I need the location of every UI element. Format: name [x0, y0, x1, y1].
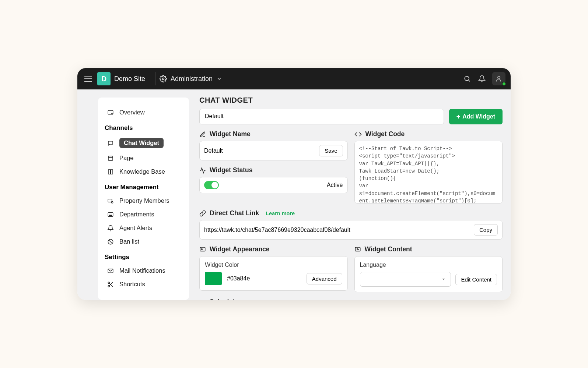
svg-rect-7 — [108, 110, 113, 114]
sidebar-item-page[interactable]: Page — [103, 151, 184, 165]
right-column: Widget Code <!--Start of Tawk.to Script-… — [354, 124, 503, 204]
status-toggle[interactable] — [204, 181, 219, 189]
chevron-down-icon — [216, 76, 222, 82]
sidebar-heading-user-mgmt: User Management — [103, 178, 184, 194]
appearance-heading: Widget Appearance — [199, 245, 348, 253]
advanced-button[interactable]: Advanced — [307, 273, 342, 284]
svg-point-21 — [108, 285, 110, 287]
sidebar-item-property-members[interactable]: Property Members — [103, 194, 184, 208]
sidebar-item-ban-list[interactable]: Ban list — [103, 235, 184, 248]
code-icon — [354, 131, 362, 138]
sidebar-item-label: Overview — [119, 109, 145, 116]
app-window: D Demo Site Administration O — [77, 68, 511, 300]
language-select[interactable] — [360, 272, 451, 287]
sidebar-item-label: Shortcuts — [119, 281, 145, 288]
calendar-icon — [199, 299, 206, 300]
sidebar-item-overview[interactable]: Overview — [103, 106, 184, 119]
sidebar-item-label: Mail Notifications — [119, 267, 165, 274]
svg-point-15 — [110, 215, 111, 216]
sidebar-item-shortcuts[interactable]: Shortcuts — [103, 277, 184, 291]
svg-point-16 — [111, 215, 112, 216]
direct-link-heading: Direct Chat Link Learn more — [199, 209, 503, 217]
svg-point-8 — [112, 113, 113, 114]
status-text: Active — [327, 182, 343, 188]
color-swatch[interactable] — [205, 272, 222, 285]
chevron-down-icon — [441, 277, 446, 282]
svg-rect-9 — [108, 156, 113, 160]
svg-point-12 — [111, 201, 113, 203]
svg-line-5 — [469, 80, 470, 82]
sidebar-item-chat-widget[interactable]: Chat Widget — [103, 135, 184, 151]
left-column: Widget Name Save Widget Status — [199, 124, 348, 204]
scissors-icon — [107, 281, 114, 288]
user-avatar[interactable] — [492, 72, 505, 85]
appearance-icon — [199, 246, 206, 253]
appearance-label: Widget Appearance — [210, 245, 270, 253]
widget-status-label: Widget Status — [210, 166, 253, 174]
svg-line-18 — [109, 240, 112, 243]
departments-icon — [107, 211, 114, 218]
ban-icon — [107, 238, 114, 245]
add-widget-label: Add Widget — [462, 113, 495, 120]
activity-icon — [199, 167, 206, 174]
content-label: Widget Content — [365, 245, 412, 253]
edit-content-button[interactable]: Edit Content — [455, 274, 497, 285]
scheduler-heading: Scheduler — [199, 298, 503, 300]
widget-status-card: Active — [199, 177, 348, 193]
mail-icon — [107, 268, 114, 274]
svg-point-3 — [162, 78, 164, 80]
search-icon — [463, 75, 471, 82]
book-icon — [107, 169, 114, 175]
widget-selector[interactable]: Default — [199, 109, 444, 124]
site-logo: D — [97, 72, 111, 85]
edit-icon — [199, 131, 206, 138]
svg-marker-27 — [442, 279, 445, 280]
widget-code-box[interactable]: <!--Start of Tawk.to Script--> <script t… — [354, 141, 503, 204]
separator — [155, 72, 156, 85]
notifications-button[interactable] — [475, 71, 489, 86]
language-label: Language — [360, 262, 497, 268]
add-widget-button[interactable]: + Add Widget — [449, 109, 503, 124]
widget-name-label: Widget Name — [210, 130, 251, 138]
topbar: D Demo Site Administration — [77, 68, 511, 89]
hamburger-menu[interactable] — [83, 75, 94, 82]
copy-button[interactable]: Copy — [474, 224, 498, 236]
scheduler-label: Scheduler — [210, 298, 241, 300]
overview-icon — [107, 109, 114, 116]
plus-icon: + — [456, 113, 461, 120]
widget-code-label: Widget Code — [365, 130, 405, 138]
main-content: CHAT WIDGET Default + Add Widget Widget … — [189, 89, 511, 300]
link-icon — [199, 210, 206, 217]
widget-color-label: Widget Color — [205, 262, 342, 268]
sidebar-item-label: Agent Alerts — [119, 224, 152, 231]
sidebar-heading-settings: Settings — [103, 248, 184, 264]
save-button[interactable]: Save — [319, 145, 343, 156]
sidebar-item-label: Chat Widget — [119, 138, 164, 148]
widget-name-card: Save — [199, 141, 348, 160]
learn-more-link[interactable]: Learn more — [266, 210, 295, 216]
svg-point-25 — [201, 248, 202, 250]
widget-code-heading: Widget Code — [354, 130, 503, 138]
site-name: Demo Site — [114, 75, 145, 83]
direct-link-input[interactable] — [204, 227, 469, 233]
content-heading: Widget Content — [354, 245, 503, 253]
direct-link-card: Copy — [199, 220, 503, 240]
sidebar-item-mail-notifications[interactable]: Mail Notifications — [103, 264, 184, 277]
user-icon — [495, 75, 503, 82]
content-icon — [354, 246, 361, 253]
sidebar-container: Overview Channels Chat Widget Page Know — [77, 89, 189, 300]
sidebar-item-agent-alerts[interactable]: Agent Alerts — [103, 221, 184, 235]
sidebar-item-departments[interactable]: Departments — [103, 208, 184, 221]
svg-point-14 — [109, 215, 110, 216]
admin-label: Administration — [171, 75, 213, 83]
sidebar-heading-channels: Channels — [103, 119, 184, 135]
admin-dropdown[interactable]: Administration — [160, 75, 222, 83]
search-button[interactable] — [460, 71, 475, 86]
widget-name-input[interactable] — [204, 148, 315, 154]
sidebar-item-knowledge-base[interactable]: Knowledge Base — [103, 165, 184, 178]
sidebar-item-label: Property Members — [119, 197, 169, 204]
widget-name-heading: Widget Name — [199, 130, 348, 138]
page-title: CHAT WIDGET — [199, 96, 503, 105]
sidebar-item-label: Departments — [119, 211, 154, 218]
svg-point-6 — [498, 76, 500, 79]
